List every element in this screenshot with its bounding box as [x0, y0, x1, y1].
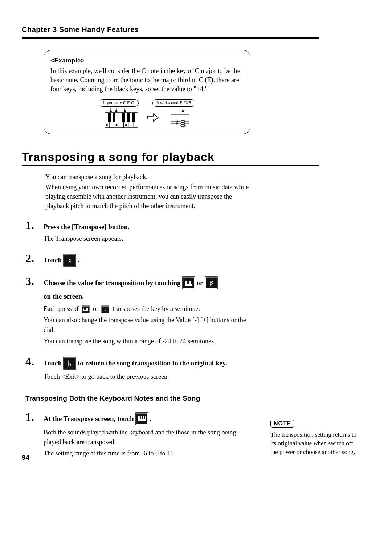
- sharp-small-icon: ♯: [101, 305, 109, 313]
- svg-rect-50: [87, 308, 87, 310]
- note-badge: NOTE: [270, 420, 294, 428]
- step3-d2: You can also change the transpose value …: [44, 315, 254, 335]
- step3-or: or: [197, 278, 203, 288]
- svg-point-17: [125, 124, 127, 126]
- chapter-rule: [22, 37, 319, 39]
- step-number: 1: [22, 410, 44, 424]
- svg-rect-48: [84, 308, 85, 310]
- svg-rect-49: [85, 308, 86, 310]
- example-title: <Example>: [50, 57, 244, 64]
- flat-icon: ♭: [63, 357, 76, 370]
- svg-point-16: [116, 124, 118, 126]
- intro-text: You can transpose a song for playback. W…: [45, 172, 252, 211]
- svg-text:♯: ♯: [209, 279, 213, 288]
- svg-rect-65: [144, 416, 145, 419]
- svg-rect-66: [138, 422, 146, 422]
- bubble-bold-a: E G: [179, 100, 187, 106]
- svg-rect-14: [132, 113, 135, 122]
- step-number: 1: [22, 219, 44, 232]
- sub1-pre: At the Transpose screen, touch: [44, 414, 134, 424]
- bubble-itwillsound: It will sound E G # B: [152, 99, 195, 107]
- step1-desc: The Transpose screen appears.: [44, 234, 254, 244]
- sub1-post: .: [150, 414, 152, 424]
- step4-desc: Touch <Exit> to go back to the previous …: [44, 372, 254, 382]
- step3-d1-or: or: [93, 305, 100, 312]
- svg-rect-37: [187, 281, 188, 284]
- bubble-text: If you play: [103, 100, 122, 106]
- svg-text:♭: ♭: [68, 359, 72, 368]
- section-heading: Transposing a song for playback: [22, 150, 370, 164]
- svg-rect-38: [188, 281, 189, 284]
- step2-post: .: [78, 255, 79, 265]
- sub1-d2: The setting range at this time is from -…: [44, 449, 254, 458]
- arrow-right-icon: [147, 113, 159, 124]
- section-rule: [22, 165, 319, 166]
- bubble-bold: C E G: [123, 100, 135, 106]
- sub1-d1: Both the sounds played with the keyboard…: [44, 428, 254, 447]
- bubble-bold-b: B: [188, 100, 191, 106]
- chapter-heading: Chapter 3 Some Handy Features: [22, 25, 370, 34]
- keyboard-icon: [105, 108, 138, 129]
- svg-rect-12: [122, 113, 125, 122]
- staff-icon: ♯: [168, 108, 189, 129]
- keyboard-minus-small-icon: [82, 305, 90, 313]
- svg-rect-11: [113, 113, 115, 122]
- svg-text:♮: ♮: [68, 256, 71, 264]
- step4-pre: Touch: [44, 358, 62, 368]
- svg-rect-13: [127, 113, 130, 122]
- keyboard-minus-icon: [182, 276, 195, 289]
- svg-rect-63: [140, 416, 141, 419]
- svg-text:♯: ♯: [104, 307, 107, 313]
- intro-p2: When using your own recorded performance…: [45, 182, 252, 211]
- subsection-heading: Transposing Both the Keyboard Notes and …: [25, 394, 370, 402]
- bubble-ifplay: If you play C E G: [99, 99, 139, 107]
- svg-rect-39: [191, 281, 192, 284]
- keyboard-both-icon: [135, 412, 148, 425]
- step-number: 2: [22, 252, 44, 265]
- page-number: 94: [22, 454, 29, 462]
- note-text: The transposition setting returns to its…: [270, 430, 361, 456]
- step3-line2: on the screen.: [44, 291, 254, 302]
- step-number: 3: [22, 275, 44, 288]
- step2-pre: Touch: [44, 255, 62, 265]
- step3-pre: Choose the value for transposition by to…: [44, 278, 181, 288]
- svg-rect-10: [108, 113, 111, 122]
- step3-d3: You can transpose the song within a rang…: [44, 336, 254, 346]
- step3-d1-post: transposes the key by a semitone.: [113, 305, 200, 312]
- svg-point-15: [106, 124, 108, 126]
- example-diagram: If you play C E G It will sound E G # B: [50, 99, 244, 129]
- example-text: In this example, we'll consider the C no…: [50, 66, 244, 94]
- svg-rect-64: [142, 416, 143, 419]
- natural-icon: ♮: [63, 254, 76, 267]
- side-note: NOTE The transposition setting returns t…: [270, 420, 361, 456]
- sharp-icon: ♯: [205, 276, 218, 289]
- svg-text:♯: ♯: [176, 119, 179, 126]
- svg-point-27: [181, 120, 185, 122]
- step4-post: to return the song transposition to the …: [78, 358, 227, 368]
- step-number: 4: [22, 355, 44, 368]
- bubble-text: It will sound: [156, 100, 179, 106]
- intro-p1: You can transpose a song for playback.: [45, 172, 252, 182]
- example-box: <Example> In this example, we'll conside…: [44, 50, 250, 134]
- step3-d1-pre: Each press of: [44, 305, 80, 312]
- step1-head: Press the [Transpose] button.: [44, 222, 254, 232]
